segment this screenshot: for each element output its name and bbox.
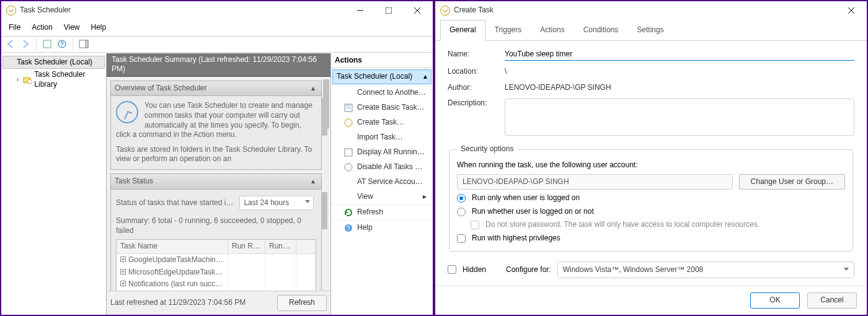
actions-scope-label: Task Scheduler (Local) bbox=[337, 72, 412, 82]
close-button[interactable] bbox=[403, 1, 432, 20]
menu-action[interactable]: Action bbox=[27, 21, 57, 35]
action-create-task[interactable]: Create Task… bbox=[331, 115, 433, 130]
svg-point-11 bbox=[345, 164, 352, 171]
user-account-box: LENOVO-IDEAPAD-\GP SINGH bbox=[457, 174, 733, 190]
svg-rect-5 bbox=[86, 40, 88, 48]
col-run-start[interactable]: Run Sta… bbox=[265, 240, 296, 253]
action-at-service[interactable]: AT Service Account C… bbox=[331, 175, 433, 190]
help-toolbar-button[interactable]: ? bbox=[55, 37, 69, 51]
collapse-icon[interactable]: ▴ bbox=[309, 177, 317, 186]
expand-row-icon[interactable] bbox=[120, 281, 126, 286]
checkbox-icon bbox=[471, 221, 479, 229]
tabstrip: General Triggers Actions Conditions Sett… bbox=[435, 20, 867, 41]
chevron-up-icon: ▴ bbox=[423, 72, 427, 82]
overview-text-1: You can use Task Scheduler to create and… bbox=[116, 101, 316, 139]
status-scrollbar[interactable] bbox=[321, 192, 327, 229]
checkbox-highest-priv[interactable]: Run with highest privileges bbox=[457, 234, 845, 244]
task-status-grid[interactable]: Task Name Run Result Run Sta… GoogleUpda… bbox=[116, 239, 316, 291]
action-connect[interactable]: Connect to Another … bbox=[331, 86, 433, 100]
configure-for-select[interactable]: Windows Vista™, Windows Server™ 2008 bbox=[557, 261, 854, 279]
nav-back-button[interactable] bbox=[4, 37, 17, 51]
location-label: Location: bbox=[448, 67, 497, 77]
titlebar: Task Scheduler bbox=[1, 1, 433, 20]
name-input[interactable] bbox=[505, 48, 854, 61]
console-tree: Task Scheduler (Local) › Task Scheduler … bbox=[1, 53, 107, 315]
security-account-line: When running the task, use the following… bbox=[457, 160, 845, 170]
tab-actions[interactable]: Actions bbox=[531, 20, 574, 41]
actions-scope[interactable]: Task Scheduler (Local) ▴ bbox=[332, 69, 432, 84]
svg-rect-1 bbox=[43, 40, 51, 48]
nav-fwd-button[interactable] bbox=[19, 37, 32, 51]
tree-root[interactable]: Task Scheduler (Local) bbox=[2, 56, 105, 69]
svg-text:?: ? bbox=[60, 41, 64, 48]
dialog-title: Create Task bbox=[454, 6, 837, 15]
change-user-button[interactable]: Change User or Group… bbox=[739, 174, 845, 190]
menubar: File Action View Help bbox=[1, 20, 433, 37]
configure-label: Configure for: bbox=[506, 265, 551, 275]
cancel-button[interactable]: Cancel bbox=[807, 292, 857, 309]
action-view[interactable]: View▸ bbox=[331, 190, 433, 204]
action-create-basic-task[interactable]: Create Basic Task… bbox=[331, 100, 433, 115]
overview-title: Overview of Task Scheduler bbox=[115, 84, 309, 94]
name-label: Name: bbox=[448, 50, 497, 59]
action-display-running[interactable]: Display All Running T… bbox=[331, 145, 433, 160]
action-disable-history[interactable]: Disable All Tasks Hist… bbox=[331, 160, 433, 175]
tab-settings[interactable]: Settings bbox=[627, 20, 673, 41]
radio-run-whether[interactable]: Run whether user is logged on or not bbox=[457, 207, 845, 217]
menu-view[interactable]: View bbox=[59, 21, 85, 35]
maximize-button[interactable] bbox=[374, 1, 403, 20]
tab-triggers[interactable]: Triggers bbox=[485, 20, 531, 41]
create-task-dialog: Create Task General Triggers Actions Con… bbox=[434, 0, 868, 316]
close-button[interactable] bbox=[837, 1, 866, 20]
table-row[interactable]: MicrosoftEdgeUpdateTaskMachi… bbox=[117, 266, 316, 279]
chevron-down-icon bbox=[305, 200, 310, 203]
actions-pane: Actions Task Scheduler (Local) ▴ Connect… bbox=[330, 53, 433, 315]
col-run-result[interactable]: Run Result bbox=[228, 240, 265, 253]
tab-conditions[interactable]: Conditions bbox=[574, 20, 628, 41]
chevron-right-icon: ▸ bbox=[423, 192, 427, 202]
checkbox-label: Do not store password. The task will onl… bbox=[485, 220, 760, 230]
security-legend: Security options bbox=[457, 144, 517, 154]
table-row[interactable]: Office Automatic Updates 2.0 (la… bbox=[117, 291, 316, 291]
radio-run-logged-on[interactable]: Run only when user is logged on bbox=[457, 193, 845, 203]
status-label: Status of tasks that have started i… bbox=[116, 198, 233, 208]
action-help[interactable]: ?Help bbox=[331, 220, 433, 235]
table-row[interactable]: GoogleUpdateTaskMachineUA{E… bbox=[117, 254, 316, 266]
ok-button[interactable]: OK bbox=[750, 292, 800, 309]
menu-file[interactable]: File bbox=[4, 21, 25, 35]
tree-library[interactable]: › Task Scheduler Library bbox=[2, 69, 105, 90]
overview-scrollbar[interactable] bbox=[321, 99, 327, 136]
expand-icon[interactable]: › bbox=[15, 75, 20, 85]
tab-general[interactable]: General bbox=[440, 20, 485, 41]
list-icon bbox=[343, 147, 353, 157]
expand-row-icon[interactable] bbox=[120, 269, 126, 274]
task-status-card: Task Status ▴ Status of tasks that have … bbox=[110, 173, 322, 291]
hidden-label: Hidden bbox=[463, 265, 500, 275]
show-actions-button[interactable] bbox=[77, 37, 91, 51]
chevron-down-icon bbox=[844, 268, 849, 271]
status-range-select[interactable]: Last 24 hours bbox=[239, 196, 314, 211]
col-task-name[interactable]: Task Name bbox=[117, 240, 228, 253]
checkbox-hidden[interactable] bbox=[448, 265, 456, 274]
toolbar: ? bbox=[1, 37, 433, 53]
checkbox-dns-password: Do not store password. The task will onl… bbox=[471, 220, 845, 230]
summary-footer: Last refreshed at 11/29/2023 7:04:56 PM … bbox=[107, 291, 330, 315]
radio-label: Run only when user is logged on bbox=[472, 193, 580, 203]
radio-icon bbox=[457, 208, 466, 216]
overview-text-2: Tasks are stored in folders in the Task … bbox=[116, 145, 316, 164]
description-input[interactable] bbox=[505, 99, 854, 136]
expand-row-icon[interactable] bbox=[120, 257, 126, 262]
action-import-task[interactable]: Import Task… bbox=[331, 130, 433, 145]
help-icon: ? bbox=[343, 223, 353, 233]
table-row[interactable]: Notifications (last run succeede… bbox=[117, 278, 316, 291]
action-refresh[interactable]: Refresh bbox=[331, 204, 433, 220]
status-summary: Summary: 6 total - 0 running, 6 succeede… bbox=[116, 216, 316, 235]
collapse-icon[interactable]: ▴ bbox=[309, 84, 317, 93]
minimize-button[interactable] bbox=[346, 1, 374, 20]
properties-button[interactable] bbox=[40, 37, 54, 51]
task-status-title: Task Status bbox=[115, 177, 309, 187]
summary-pane: Task Scheduler Summary (Last refreshed: … bbox=[107, 53, 330, 315]
refresh-button[interactable]: Refresh bbox=[277, 295, 327, 311]
menu-help[interactable]: Help bbox=[86, 21, 112, 35]
radio-label: Run whether user is logged on or not bbox=[472, 207, 594, 217]
